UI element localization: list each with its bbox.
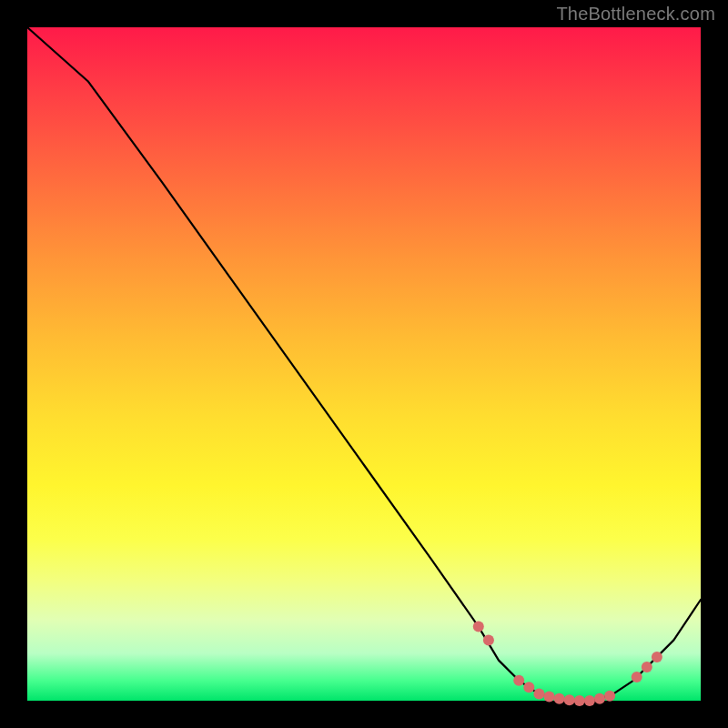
curve-marker bbox=[473, 622, 484, 632]
chart-frame: TheBottleneck.com bbox=[0, 0, 728, 728]
curve-marker bbox=[584, 695, 595, 706]
plot-area bbox=[27, 27, 701, 701]
curve-marker bbox=[564, 694, 575, 705]
curve-marker bbox=[554, 693, 565, 704]
curve-marker bbox=[533, 689, 544, 700]
curve-marker bbox=[652, 652, 662, 662]
curve-marker bbox=[523, 682, 534, 693]
curve-marker bbox=[483, 634, 494, 645]
watermark-text: TheBottleneck.com bbox=[556, 4, 715, 25]
curve-marker bbox=[642, 662, 652, 672]
curve-marker bbox=[632, 672, 642, 682]
curve-marker bbox=[574, 695, 585, 706]
curve-marker bbox=[604, 691, 615, 702]
curve-marker bbox=[594, 693, 605, 704]
bottleneck-curve bbox=[27, 27, 701, 701]
curve-marker bbox=[513, 675, 524, 686]
curve-marker bbox=[544, 692, 555, 703]
chart-svg bbox=[27, 27, 701, 701]
